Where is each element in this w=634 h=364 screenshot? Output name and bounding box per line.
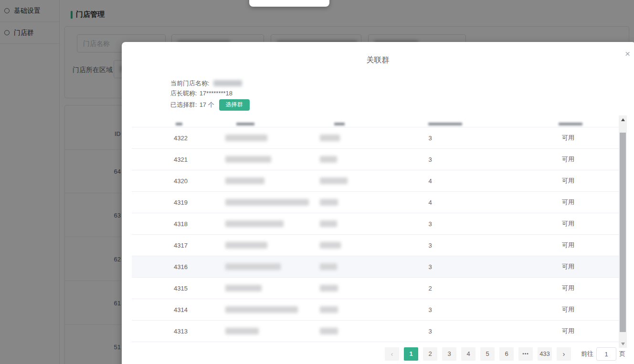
group-table-row[interactable]: 43223可用 (132, 127, 619, 149)
status-cell: 可用 (554, 177, 582, 185)
scroll-up-button[interactable] (619, 116, 627, 123)
redacted-group-owner (320, 328, 338, 334)
redacted-group-owner (320, 156, 337, 163)
group-owner-cell (320, 306, 338, 313)
redacted-group-owner (320, 177, 348, 184)
status-cell: 可用 (554, 241, 582, 250)
triangle-up-icon (621, 118, 625, 121)
page-button-5[interactable]: 5 (480, 347, 495, 361)
group-table-row[interactable]: 43163可用 (132, 256, 619, 278)
redacted-group-name (225, 156, 271, 163)
group-table-row[interactable]: 43204可用 (132, 170, 619, 192)
redacted-group-name (225, 135, 267, 141)
more-pages-button[interactable]: ••• (518, 347, 533, 361)
redacted-group-name (225, 328, 259, 334)
group-id-cell: 4313 (132, 328, 188, 335)
status-cell: 可用 (554, 305, 582, 314)
redacted-group-name (225, 242, 267, 249)
redacted-group-owner (320, 220, 337, 227)
redacted-group-owner (320, 242, 341, 249)
selected-groups-count: 17 个 (200, 101, 214, 109)
pagination: ‹123456•••433› 前往 页 (382, 347, 625, 361)
group-name-cell (225, 177, 264, 184)
screen: 基础设置 门店群 门店管理 门店所在区域 (0, 0, 634, 364)
redacted-store-name (213, 80, 242, 86)
member-count-cell: 3 (416, 263, 444, 270)
group-table-row[interactable]: 43143可用 (132, 299, 619, 321)
page-button-1[interactable]: 1 (404, 347, 418, 361)
group-table-row[interactable]: 43183可用 (132, 213, 619, 235)
status-cell: 可用 (554, 284, 582, 292)
group-id-cell: 4318 (132, 220, 188, 228)
member-count-cell: 3 (416, 242, 444, 249)
group-owner-cell (320, 242, 341, 249)
clipped-header-text (428, 123, 462, 125)
select-group-button[interactable]: 选择群 (219, 99, 250, 111)
page-button-3[interactable]: 3 (442, 347, 456, 361)
selected-groups-line: 已选择群: 17 个 选择群 (170, 98, 250, 111)
redacted-group-name (225, 306, 298, 313)
groups-table-header-clipped (132, 114, 619, 127)
group-id-cell: 4319 (132, 199, 188, 206)
group-table-row[interactable]: 43194可用 (132, 192, 619, 213)
member-count-cell: 2 (416, 285, 444, 292)
group-table-row[interactable]: 43133可用 (132, 321, 619, 342)
manager-nickname: 17********18 (200, 90, 232, 97)
member-count-cell: 3 (416, 306, 444, 313)
member-count-cell: 4 (416, 199, 444, 206)
group-id-cell: 4317 (132, 242, 188, 249)
group-id-cell: 4314 (132, 306, 188, 313)
redacted-group-name (225, 220, 284, 227)
current-store-label: 当前门店名称: (170, 79, 210, 88)
close-icon[interactable]: × (625, 49, 630, 58)
member-count-cell: 4 (416, 177, 444, 185)
dialog-title: 关联群 (122, 55, 634, 65)
group-table-row[interactable]: 43213可用 (132, 149, 619, 170)
goto-page: 前往 页 (581, 347, 625, 361)
store-info: 当前门店名称: 店长昵称: 17********18 已选择群: 17 个 选择… (170, 78, 250, 111)
redacted-group-name (225, 177, 264, 184)
page-button-433[interactable]: 433 (538, 347, 552, 361)
group-owner-cell (320, 199, 338, 206)
groups-table: 43223可用43213可用43204可用43194可用43183可用43173… (132, 114, 619, 348)
group-id-cell: 4322 (132, 135, 188, 142)
goto-page-input[interactable] (596, 347, 616, 361)
status-cell: 可用 (554, 327, 582, 335)
page-button-4[interactable]: 4 (461, 347, 476, 361)
clipped-header-text (334, 123, 345, 125)
group-name-cell (225, 156, 271, 163)
group-table-row[interactable]: 43152可用 (132, 278, 619, 299)
redacted-group-owner (320, 285, 338, 291)
group-table-row[interactable]: 43173可用 (132, 235, 619, 256)
group-name-cell (225, 285, 262, 291)
redacted-group-owner (320, 263, 337, 270)
prev-page-button[interactable]: ‹ (385, 347, 399, 361)
group-id-cell: 4321 (132, 156, 188, 163)
page-unit-label: 页 (619, 350, 625, 358)
goto-label: 前往 (581, 350, 593, 358)
next-page-button[interactable]: › (557, 347, 571, 361)
group-name-cell (225, 263, 281, 270)
status-cell: 可用 (554, 134, 582, 142)
member-count-cell: 3 (416, 156, 444, 163)
status-cell: 可用 (554, 262, 582, 271)
group-owner-cell (320, 285, 338, 291)
redacted-group-name (225, 199, 309, 206)
group-id-cell: 4320 (132, 177, 188, 185)
member-count-cell: 3 (416, 328, 444, 335)
page-button-6[interactable]: 6 (499, 347, 514, 361)
status-cell: 可用 (554, 198, 582, 207)
group-owner-cell (320, 263, 337, 270)
group-id-cell: 4316 (132, 263, 188, 270)
scroll-down-button[interactable] (619, 340, 627, 347)
group-owner-cell (320, 135, 340, 141)
page-button-2[interactable]: 2 (423, 347, 437, 361)
scrollbar-thumb[interactable] (620, 133, 626, 332)
groups-table-body: 43223可用43213可用43204可用43194可用43183可用43173… (132, 127, 619, 342)
status-cell: 可用 (554, 219, 582, 228)
group-owner-cell (320, 328, 338, 334)
redacted-group-name (225, 285, 262, 291)
group-name-cell (225, 242, 267, 249)
group-name-cell (225, 220, 284, 227)
clipped-header-text (236, 123, 254, 125)
